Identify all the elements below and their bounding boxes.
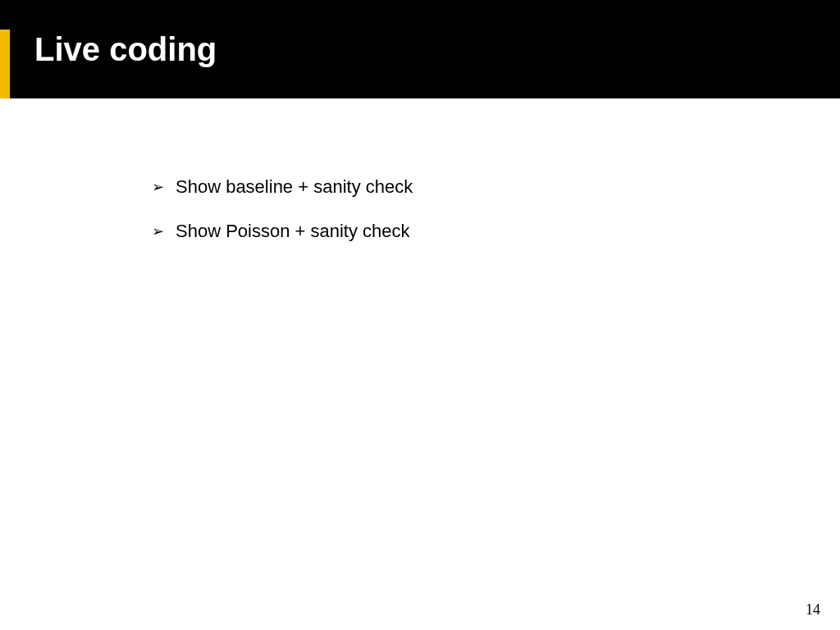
page-number: 14 xyxy=(806,601,820,619)
list-item: ➢ Show baseline + sanity check xyxy=(152,176,726,198)
accent-bar xyxy=(0,30,10,98)
list-item: ➢ Show Poisson + sanity check xyxy=(152,221,726,242)
title-bar: Live coding xyxy=(0,0,840,98)
chevron-right-icon: ➢ xyxy=(152,222,164,240)
slide: Live coding ➢ Show baseline + sanity che… xyxy=(0,0,840,630)
content-area: ➢ Show baseline + sanity check ➢ Show Po… xyxy=(152,176,726,265)
bullet-text: Show baseline + sanity check xyxy=(176,176,413,198)
slide-title: Live coding xyxy=(34,31,217,68)
chevron-right-icon: ➢ xyxy=(152,178,164,196)
bullet-text: Show Poisson + sanity check xyxy=(176,221,410,242)
